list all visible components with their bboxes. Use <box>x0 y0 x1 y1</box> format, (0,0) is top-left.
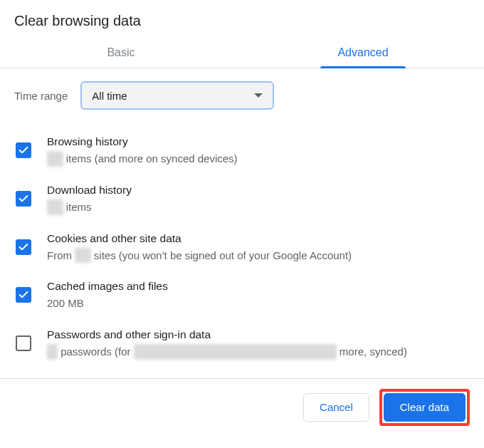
option-text: Cookies and other site data From xxx sit… <box>47 231 470 264</box>
dialog-title: Clear browsing data <box>0 0 484 36</box>
redacted-count: xxx <box>75 248 91 264</box>
option-cache: Cached images and files 200 MB <box>14 271 470 320</box>
time-range-label: Time range <box>14 90 68 102</box>
highlight-annotation: Clear data <box>379 389 470 426</box>
dialog-footer: Cancel Clear data <box>0 379 484 437</box>
option-text: Download history xxx items <box>47 182 470 215</box>
option-title: Cached images and files <box>47 280 470 293</box>
cancel-button[interactable]: Cancel <box>303 393 369 422</box>
check-icon <box>18 241 29 253</box>
option-passwords: Passwords and other sign-in data xx pass… <box>14 320 470 368</box>
check-icon <box>18 145 29 156</box>
option-text: Browsing history xxx items (and more on … <box>47 134 470 167</box>
option-title: Passwords and other sign-in data <box>47 328 470 341</box>
redacted-text: xxxxxxxxxxxxxxxxxxxxxxxxxxxxxxxxxxxxxx <box>134 344 337 360</box>
chevron-down-icon <box>254 93 263 98</box>
tab-advanced[interactable]: Advanced <box>242 36 484 68</box>
tab-bar: Basic Advanced <box>0 36 484 68</box>
option-desc: xx passwords (for xxxxxxxxxxxxxxxxxxxxxx… <box>47 344 470 360</box>
option-title: Browsing history <box>47 135 470 148</box>
option-cookies: Cookies and other site data From xxx sit… <box>14 224 470 272</box>
option-desc: From xxx sites (you won't be signed out … <box>47 248 470 264</box>
option-desc: 200 MB <box>47 296 470 311</box>
checkbox-download-history[interactable] <box>16 191 31 207</box>
redacted-count: xx <box>47 344 58 360</box>
dialog-body: Time range All time Browsing history xxx… <box>0 68 484 374</box>
redacted-count: xxx <box>47 151 63 167</box>
time-range-value: All time <box>92 90 127 102</box>
option-browsing-history: Browsing history xxx items (and more on … <box>14 127 470 175</box>
option-title: Download history <box>47 184 470 197</box>
checkbox-browsing-history[interactable] <box>16 142 31 158</box>
option-title: Cookies and other site data <box>47 232 470 245</box>
option-desc: xxx items (and more on synced devices) <box>47 151 470 167</box>
checkbox-passwords[interactable] <box>16 335 31 351</box>
option-download-history: Download history xxx items <box>14 175 470 224</box>
tab-basic[interactable]: Basic <box>0 36 242 68</box>
option-text: Passwords and other sign-in data xx pass… <box>47 327 470 360</box>
checkbox-cookies[interactable] <box>16 239 31 255</box>
checkbox-cache[interactable] <box>16 287 31 303</box>
option-text: Cached images and files 200 MB <box>47 278 470 311</box>
check-icon <box>18 193 29 204</box>
clear-browsing-dialog: Clear browsing data Basic Advanced Time … <box>0 0 484 437</box>
time-range-row: Time range All time <box>14 81 470 110</box>
clear-data-button[interactable]: Clear data <box>384 393 465 422</box>
option-desc: xxx items <box>47 199 470 215</box>
check-icon <box>18 289 29 301</box>
time-range-select[interactable]: All time <box>80 81 274 110</box>
redacted-count: xxx <box>47 199 63 215</box>
